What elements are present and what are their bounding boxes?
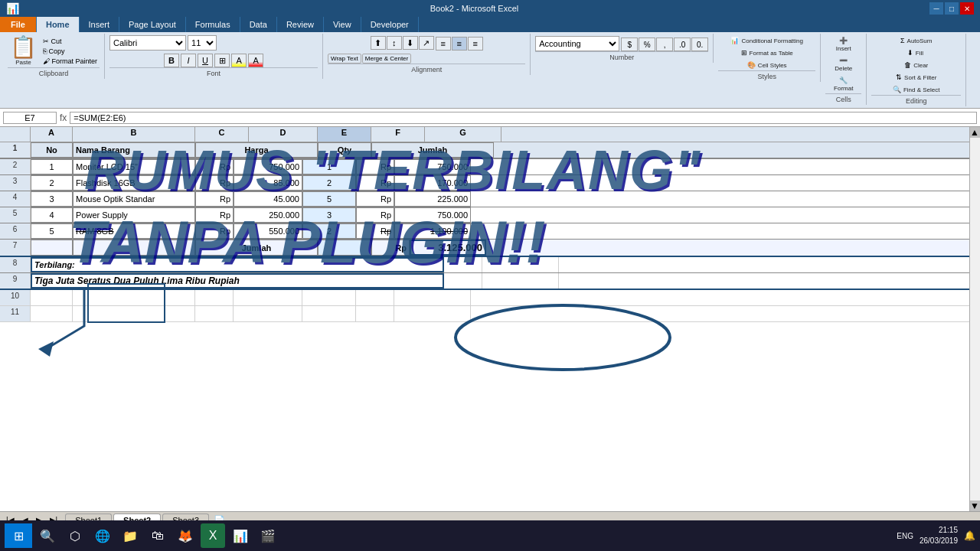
cell-d6[interactable]: 550.000 <box>234 223 302 239</box>
format-painter-button[interactable]: 🖌 Format Painter <box>41 57 100 66</box>
tab-data[interactable]: Data <box>240 17 277 32</box>
find-select-button[interactable]: 🔍 Find & Select <box>890 84 942 95</box>
cell-a11[interactable] <box>31 306 73 321</box>
cell-cd1[interactable]: Harga <box>195 142 318 158</box>
cell-b3[interactable]: Flashdisk 16GB <box>73 175 195 191</box>
cell-b2[interactable]: Monitor LCD 15" <box>73 159 195 174</box>
col-header-c[interactable]: C <box>195 127 249 142</box>
cell-b5[interactable]: Power Supply <box>73 207 195 223</box>
tab-file[interactable]: File <box>0 17 37 32</box>
cell-a5[interactable]: 4 <box>31 207 73 223</box>
cell-f4[interactable]: Rp <box>356 191 394 207</box>
cell-a4[interactable]: 3 <box>31 191 73 207</box>
cell-f3[interactable]: Rp <box>356 175 394 191</box>
bold-button[interactable]: B <box>164 54 179 67</box>
text-direction-button[interactable]: ↗ <box>419 36 434 50</box>
fx-icon[interactable]: fx <box>60 112 67 123</box>
taskbar-folder-icon[interactable]: 📁 <box>118 523 142 548</box>
tab-review[interactable]: Review <box>277 17 324 32</box>
cell-b7[interactable] <box>73 240 195 256</box>
cell-c6[interactable]: Rp <box>195 223 234 239</box>
merge-center-button[interactable]: Merge & Center <box>362 54 411 64</box>
taskbar-firefox-icon[interactable]: 🦊 <box>173 523 198 548</box>
cell-f9[interactable] <box>444 273 482 289</box>
cell-a7[interactable] <box>31 240 73 256</box>
cell-a3[interactable]: 2 <box>31 175 73 191</box>
cell-g2[interactable]: 750.000 <box>394 159 471 174</box>
align-left-button[interactable]: ≡ <box>436 37 451 51</box>
close-button[interactable]: ✕ <box>960 2 974 15</box>
cell-b11[interactable] <box>73 306 195 321</box>
cell-a1[interactable]: No <box>31 142 73 158</box>
percent-button[interactable]: % <box>639 37 655 51</box>
number-format-select[interactable]: Accounting General Number Currency Perce… <box>535 36 619 51</box>
start-button[interactable]: ⊞ <box>5 523 32 548</box>
cell-g5[interactable]: 750.000 <box>394 207 471 223</box>
cell-d2[interactable]: 750.000 <box>234 159 302 174</box>
paste-button[interactable]: 📋 Paste <box>8 35 39 67</box>
cell-f6[interactable]: Rp <box>356 223 394 239</box>
vertical-scrollbar[interactable]: ▲ ▼ <box>969 127 980 511</box>
taskbar-powerpoint-icon[interactable]: 📊 <box>228 523 253 548</box>
maximize-button[interactable]: □ <box>945 2 959 15</box>
copy-button[interactable]: ⎘ Copy <box>41 47 100 56</box>
cell-e7[interactable] <box>318 240 371 256</box>
cell-c4[interactable]: Rp <box>195 191 234 207</box>
underline-button[interactable]: U <box>198 54 213 67</box>
tab-home[interactable]: Home <box>37 17 80 32</box>
cell-c10[interactable] <box>195 290 234 305</box>
autosum-button[interactable]: Σ AutoSum <box>898 35 934 46</box>
fill-button[interactable]: ⬇ Fill <box>905 47 928 58</box>
cell-g9[interactable] <box>482 273 559 289</box>
cell-fg1[interactable]: Jumlah <box>371 142 494 158</box>
italic-button[interactable]: I <box>181 54 196 67</box>
conditional-formatting-button[interactable]: 📊 Conditional Formatting <box>728 35 805 46</box>
cell-c3[interactable]: Rp <box>195 175 234 191</box>
cell-c5[interactable]: Rp <box>195 207 234 223</box>
currency-button[interactable]: $ <box>621 37 638 51</box>
taskbar-store-icon[interactable]: 🛍 <box>145 523 170 548</box>
cell-b4[interactable]: Mouse Optik Standar <box>73 191 195 207</box>
decrease-decimal-button[interactable]: 0. <box>691 37 708 51</box>
cell-f7[interactable]: Rp <box>371 240 410 256</box>
align-middle-button[interactable]: ↕ <box>387 36 402 50</box>
tab-pagelayout[interactable]: Page Layout <box>119 17 186 32</box>
cell-terbilang-label[interactable]: Terbilang: <box>31 257 444 272</box>
align-top-button[interactable]: ⬆ <box>371 36 386 50</box>
col-header-g[interactable]: G <box>425 127 501 142</box>
tab-developer[interactable]: Developer <box>361 17 419 32</box>
cell-f5[interactable]: Rp <box>356 207 394 223</box>
align-bottom-button[interactable]: ⬇ <box>403 36 418 50</box>
taskbar-media-icon[interactable]: 🎬 <box>256 523 280 548</box>
cell-f11[interactable] <box>356 306 394 321</box>
cell-d11[interactable] <box>234 306 302 321</box>
format-button[interactable]: 🔧 Format <box>831 75 855 93</box>
clear-button[interactable]: 🗑 Clear <box>902 60 930 70</box>
format-as-table-button[interactable]: ⊞ Format as Table <box>739 47 795 58</box>
cell-terbilang-value[interactable]: Tiga Juta Seratus Dua Puluh Lima Ribu Ru… <box>31 273 444 289</box>
insert-button[interactable]: ➕ Insert <box>832 35 855 54</box>
cell-e11[interactable] <box>302 306 356 321</box>
tab-insert[interactable]: Insert <box>80 17 120 32</box>
cell-e1[interactable]: Qty <box>318 142 371 158</box>
cell-e5[interactable]: 3 <box>302 207 356 223</box>
tab-formulas[interactable]: Formulas <box>186 17 240 32</box>
align-center-button[interactable]: ≡ <box>452 37 467 51</box>
cell-c2[interactable]: Rp <box>195 159 234 174</box>
increase-decimal-button[interactable]: .0 <box>674 37 691 51</box>
cell-e4[interactable]: 5 <box>302 191 356 207</box>
cell-e3[interactable]: 2 <box>302 175 356 191</box>
cell-g6[interactable]: 1.100.000 <box>394 223 471 239</box>
minimize-button[interactable]: ─ <box>929 2 943 15</box>
formula-input[interactable]: =SUM(E2:E6) <box>70 112 977 124</box>
border-button[interactable]: ⊞ <box>214 54 230 67</box>
taskbar-search-icon[interactable]: 🔍 <box>35 523 60 548</box>
cell-f2[interactable]: Rp <box>356 159 394 174</box>
cell-g7[interactable]: 3.125.000 <box>410 240 486 256</box>
cell-g3[interactable]: 170.000 <box>394 175 471 191</box>
scrollbar-up[interactable]: ▲ <box>970 127 980 138</box>
cell-e10[interactable] <box>302 290 356 305</box>
delete-button[interactable]: ➖ Delete <box>832 55 855 73</box>
cell-b1[interactable]: Nama Barang <box>73 142 195 158</box>
col-header-d[interactable]: D <box>249 127 318 142</box>
